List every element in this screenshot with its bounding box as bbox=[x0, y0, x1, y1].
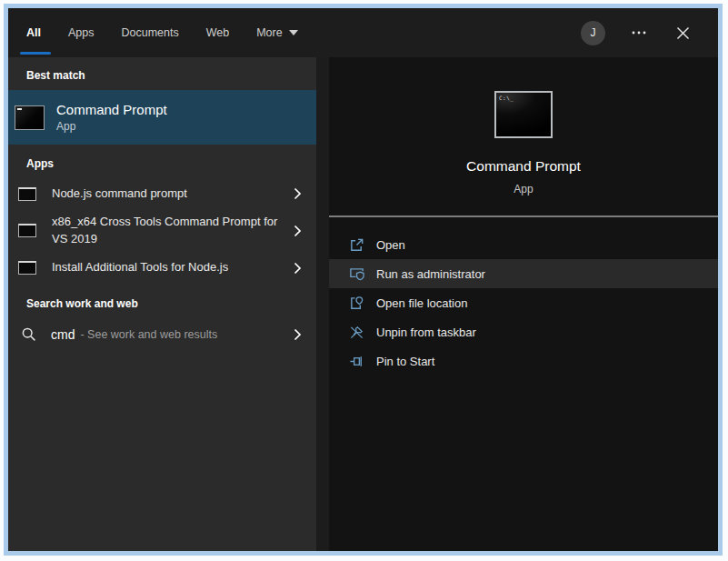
command-prompt-icon bbox=[15, 105, 45, 130]
best-match-subtitle: App bbox=[56, 120, 167, 133]
tab-all-label: All bbox=[26, 26, 41, 39]
action-label: Unpin from taskbar bbox=[376, 326, 476, 339]
search-hint-text: - See work and web results bbox=[80, 328, 294, 341]
action-label: Open bbox=[376, 238, 405, 252]
file-location-icon bbox=[349, 296, 364, 311]
topbar-right-controls: J bbox=[581, 21, 718, 45]
tab-apps-label: Apps bbox=[68, 26, 95, 39]
action-pin-to-start[interactable]: Pin to Start bbox=[329, 346, 718, 376]
result-web-search-cmd[interactable]: cmd - See work and web results bbox=[8, 318, 316, 352]
user-avatar[interactable]: J bbox=[581, 21, 605, 45]
tab-web-label: Web bbox=[206, 26, 229, 39]
close-button[interactable] bbox=[673, 23, 693, 43]
context-actions-list: Open Run as administrator bbox=[329, 230, 718, 376]
avatar-initial: J bbox=[591, 26, 596, 39]
action-unpin-from-taskbar[interactable]: Unpin from taskbar bbox=[329, 317, 718, 346]
more-options-button[interactable] bbox=[629, 23, 649, 43]
cmd-icon-text: C:\_ bbox=[499, 95, 514, 101]
result-nodejs-command-prompt[interactable]: Node.js command prompt bbox=[8, 177, 316, 210]
action-open-file-location[interactable]: Open file location bbox=[329, 288, 718, 317]
terminal-icon bbox=[18, 187, 36, 201]
ellipsis-icon bbox=[631, 25, 647, 41]
apps-header: Apps bbox=[8, 145, 316, 170]
terminal-icon bbox=[18, 224, 36, 237]
action-label: Open file location bbox=[376, 296, 467, 310]
action-label: Run as administrator bbox=[376, 267, 485, 281]
chevron-right-icon bbox=[294, 262, 302, 275]
tab-documents-label: Documents bbox=[121, 26, 178, 39]
best-match-text: Command Prompt App bbox=[56, 102, 167, 133]
preview-divider bbox=[329, 215, 718, 217]
tab-apps[interactable]: Apps bbox=[68, 8, 95, 57]
chevron-right-icon bbox=[294, 187, 302, 200]
result-label: Install Additional Tools for Node.js bbox=[52, 259, 294, 276]
result-label: x86_x64 Cross Tools Command Prompt for V… bbox=[52, 214, 294, 248]
active-tab-underline bbox=[20, 52, 51, 55]
preview-app-title: Command Prompt bbox=[466, 158, 581, 175]
result-best-match-command-prompt[interactable]: Command Prompt App bbox=[8, 90, 316, 145]
open-icon bbox=[349, 237, 364, 253]
results-list-panel: Best match Command Prompt App Apps Node.… bbox=[8, 57, 316, 551]
tab-more-label: More bbox=[256, 26, 282, 39]
chevron-right-icon bbox=[294, 328, 302, 341]
chevron-right-icon bbox=[294, 225, 302, 237]
tab-web[interactable]: Web bbox=[206, 8, 229, 57]
result-label: Node.js command prompt bbox=[52, 185, 294, 203]
result-install-additional-tools[interactable]: Install Additional Tools for Node.js bbox=[8, 252, 316, 285]
app-preview-card: C:\_ Command Prompt App bbox=[329, 57, 718, 195]
preview-panel: C:\_ Command Prompt App bbox=[329, 57, 718, 551]
tab-documents[interactable]: Documents bbox=[121, 8, 178, 57]
search-work-web-header: Search work and web bbox=[8, 285, 316, 310]
chevron-down-icon bbox=[289, 30, 298, 35]
tab-all[interactable]: All bbox=[26, 8, 41, 57]
command-prompt-icon-large: C:\_ bbox=[494, 91, 553, 138]
filter-tabs: All Apps Documents Web More bbox=[8, 8, 325, 57]
search-results-area: Best match Command Prompt App Apps Node.… bbox=[8, 57, 718, 551]
search-icon bbox=[21, 326, 37, 343]
screenshot-canvas: All Apps Documents Web More bbox=[0, 0, 728, 561]
action-label: Pin to Start bbox=[376, 355, 434, 368]
search-filter-bar: All Apps Documents Web More bbox=[8, 8, 718, 57]
close-icon bbox=[676, 26, 690, 40]
search-query-text: cmd bbox=[51, 327, 75, 342]
result-x86-x64-cross-tools[interactable]: x86_x64 Cross Tools Command Prompt for V… bbox=[8, 210, 316, 252]
search-flyout-window: All Apps Documents Web More bbox=[4, 4, 723, 556]
best-match-header: Best match bbox=[8, 57, 316, 82]
best-match-title: Command Prompt bbox=[56, 102, 167, 117]
pin-icon bbox=[349, 354, 364, 369]
action-open[interactable]: Open bbox=[329, 230, 718, 259]
tab-more[interactable]: More bbox=[256, 8, 297, 57]
action-run-as-administrator[interactable]: Run as administrator bbox=[329, 259, 718, 288]
preview-app-subtitle: App bbox=[514, 183, 533, 195]
unpin-icon bbox=[349, 325, 364, 340]
run-as-admin-icon bbox=[349, 266, 364, 282]
terminal-icon bbox=[18, 261, 36, 275]
